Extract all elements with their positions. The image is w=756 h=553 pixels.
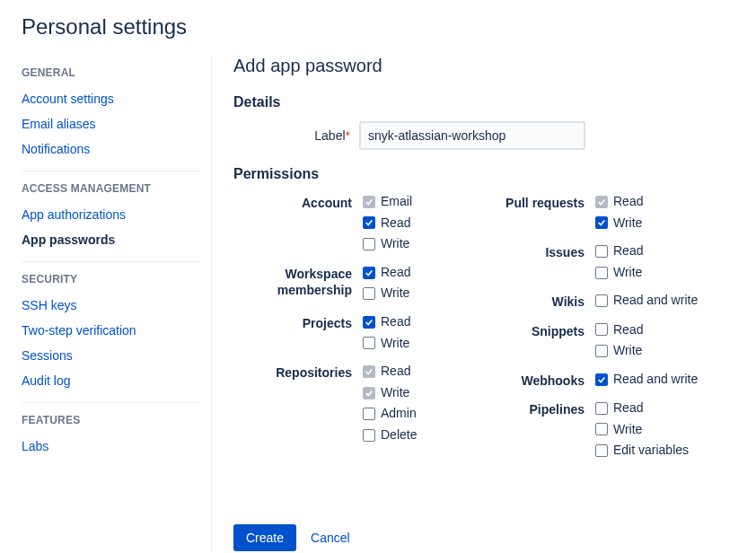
perm-option-label: Write	[381, 384, 409, 402]
perm-option-label: Admin	[381, 405, 417, 423]
permissions-heading: Permissions	[233, 166, 745, 182]
perm-group-label: Snippets	[489, 321, 595, 360]
sidebar-item-app-authorizations[interactable]: App authorizations	[22, 202, 200, 227]
perm-group-label: Workspace membership	[233, 264, 363, 303]
label-input[interactable]	[359, 121, 585, 150]
checkbox-read-and-write[interactable]	[595, 294, 608, 307]
checkbox-read[interactable]	[595, 245, 608, 258]
checkbox-read	[595, 196, 608, 208]
perm-group-label: Webhooks	[489, 371, 595, 389]
perm-group-label: Wikis	[489, 292, 595, 310]
perm-option: Admin	[363, 405, 417, 423]
perm-option: Write	[595, 264, 643, 282]
perm-group-wikis: WikisRead and write	[489, 292, 745, 310]
perm-option-label: Write	[613, 421, 642, 439]
perm-group-label: Pipelines	[489, 399, 595, 460]
checkbox-write[interactable]	[363, 337, 375, 349]
permissions-container: AccountEmailReadWriteWorkspace membershi…	[233, 193, 745, 470]
perm-options: ReadWrite	[363, 264, 410, 303]
perm-option-label: Write	[613, 215, 642, 233]
label-field-row: Label*	[233, 121, 745, 150]
perm-option: Read	[363, 264, 410, 282]
checkbox-write[interactable]	[595, 267, 608, 279]
cancel-button[interactable]: Cancel	[307, 524, 354, 551]
perm-option: Read	[595, 193, 643, 211]
sidebar-item-account-settings[interactable]: Account settings	[22, 86, 200, 111]
checkbox-write[interactable]	[595, 216, 608, 229]
checkbox-read[interactable]	[363, 267, 375, 279]
perm-group-workspace-membership: Workspace membershipReadWrite	[233, 264, 489, 303]
sidebar-item-sessions[interactable]: Sessions	[22, 343, 200, 368]
checkbox-read[interactable]	[595, 323, 608, 336]
sidebar-item-labs[interactable]: Labs	[22, 434, 200, 459]
perm-option: Read	[595, 242, 643, 260]
sidebar-group-title: ACCESS MANAGEMENT	[22, 182, 200, 195]
checkbox-write[interactable]	[363, 238, 375, 250]
perm-group-pull-requests: Pull requestsReadWrite	[489, 193, 745, 232]
checkbox-write[interactable]	[595, 423, 608, 435]
checkbox-read-and-write[interactable]	[595, 373, 608, 386]
settings-sidebar: GENERALAccount settingsEmail aliasesNoti…	[0, 56, 212, 551]
create-button[interactable]: Create	[233, 524, 296, 551]
perm-option: Read	[595, 321, 643, 339]
perm-group-label: Issues	[489, 242, 595, 281]
perm-options: ReadWriteEdit variables	[595, 399, 689, 460]
perm-option: Read and write	[595, 292, 698, 310]
checkbox-admin[interactable]	[363, 408, 375, 420]
sidebar-item-app-passwords[interactable]: App passwords	[22, 227, 200, 252]
perm-options: ReadWriteAdminDelete	[363, 363, 417, 443]
perm-group-repositories: RepositoriesReadWriteAdminDelete	[233, 363, 489, 443]
perm-option-label: Edit variables	[613, 442, 689, 460]
perm-options: ReadWrite	[595, 242, 643, 281]
permissions-column-right: Pull requestsReadWriteIssuesReadWriteWik…	[489, 193, 745, 470]
details-heading: Details	[233, 94, 745, 110]
perm-options: Read and write	[595, 371, 698, 389]
perm-option: Write	[595, 215, 643, 233]
page-title: Personal settings	[0, 14, 756, 40]
perm-option-label: Delete	[381, 426, 417, 444]
sidebar-item-audit-log[interactable]: Audit log	[22, 368, 200, 393]
perm-option-label: Write	[613, 264, 642, 282]
checkbox-write[interactable]	[595, 345, 608, 357]
sidebar-item-notifications[interactable]: Notifications	[22, 136, 200, 162]
checkbox-write[interactable]	[363, 287, 375, 300]
checkbox-edit-variables[interactable]	[595, 444, 608, 457]
checkbox-email	[363, 196, 375, 208]
perm-option: Edit variables	[595, 442, 689, 460]
perm-options: EmailReadWrite	[363, 193, 412, 253]
perm-option-label: Write	[613, 342, 642, 360]
required-indicator: *	[346, 128, 350, 143]
perm-group-label: Account	[233, 193, 363, 253]
checkbox-read[interactable]	[363, 316, 375, 329]
perm-group-projects: ProjectsReadWrite	[233, 313, 489, 352]
perm-option: Email	[363, 193, 412, 211]
checkbox-delete[interactable]	[363, 429, 375, 442]
perm-group-account: AccountEmailReadWrite	[233, 193, 489, 253]
perm-options: Read and write	[595, 292, 698, 310]
sidebar-group-title: FEATURES	[22, 414, 200, 426]
sidebar-item-two-step-verification[interactable]: Two-step verification	[22, 318, 200, 343]
perm-option-label: Email	[381, 193, 412, 211]
sidebar-group-title: GENERAL	[22, 66, 200, 79]
perm-option-label: Read	[381, 264, 410, 282]
perm-option: Read	[595, 399, 689, 417]
sidebar-item-email-aliases[interactable]: Email aliases	[22, 111, 200, 136]
perm-option-label: Read	[613, 193, 643, 211]
checkbox-read[interactable]	[363, 216, 375, 229]
perm-option: Read	[363, 313, 410, 331]
perm-group-webhooks: WebhooksRead and write	[489, 371, 745, 389]
checkbox-read[interactable]	[595, 402, 608, 415]
perm-option-label: Read	[613, 399, 643, 417]
form-actions: Create Cancel	[233, 524, 745, 551]
sidebar-item-ssh-keys[interactable]: SSH keys	[22, 293, 200, 318]
perm-option: Read	[363, 215, 412, 233]
perm-option-label: Read	[381, 363, 410, 381]
form-title: Add app password	[233, 56, 745, 76]
sidebar-divider	[22, 261, 200, 262]
perm-option: Write	[363, 335, 410, 353]
perm-option: Write	[363, 384, 417, 402]
perm-group-label: Pull requests	[489, 193, 595, 232]
perm-options: ReadWrite	[363, 313, 410, 352]
perm-option: Write	[595, 421, 689, 439]
perm-options: ReadWrite	[595, 321, 643, 360]
